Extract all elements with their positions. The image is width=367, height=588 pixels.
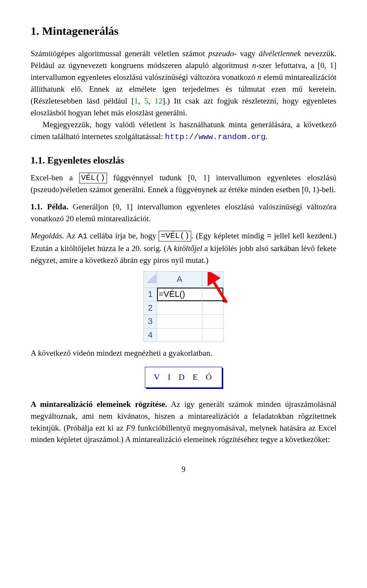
solution-paragraph: Megoldás. Az A1 cellába írja be, hogy =V… [31,230,336,266]
excel-row-header-2: 2 [144,301,157,315]
text: , [138,96,144,105]
citation-5[interactable]: 5 [144,96,148,105]
page-number: 9 [31,464,336,475]
excel-cell-a2 [157,301,202,315]
text: vagy [237,49,259,58]
text: , [148,96,154,105]
red-arrow-icon [208,272,231,306]
text: Számítógépes algoritmussal generált véle… [31,49,208,58]
section-heading: 1. Mintagenerálás [31,23,336,39]
math-n: n [257,73,261,82]
text-italic: kitöltőjel [174,244,202,253]
fixation-paragraph: A mintarealizáció elemeinek rögzítése. A… [31,398,336,446]
excel-row-header-3: 3 [144,315,157,329]
fixation-title: A mintarealizáció elemeinek rögzítése. [31,400,167,409]
excel-cell-a1: =VÉL() [157,288,202,301]
excel-formula-text: =VÉL() [159,289,185,299]
fixation-block: A mintarealizáció elemeinek rögzítése. A… [31,398,336,446]
svg-marker-0 [147,274,156,283]
text-italic: álvéletlennek [259,49,301,58]
citation-12[interactable]: 12 [154,96,162,105]
f9-key: F9 [126,423,135,432]
video-button[interactable]: V I D E Ó [145,367,222,388]
example-paragraph: 1.1. Példa. Generáljon [0, 1] intervallu… [31,201,336,225]
subsection-intro: Excel-ben a VÉL() függvénnyel tudunk [0,… [31,172,336,196]
cell-ref-a1: A1 [78,232,88,241]
equals-sign: = [267,232,272,241]
excel-row-header-1: 1 [144,288,157,301]
example-block: 1.1. Példa. Generáljon [0, 1] intervallu… [31,201,336,225]
solution-block: Megoldás. Az A1 cellába írja be, hogy =V… [31,230,336,266]
text: Az [64,231,78,240]
intro-paragraph-2: Megjegyezzük, hogy valódi véletlent is h… [31,119,336,143]
excel-row-header-4: 4 [144,328,157,342]
text: Excel-ben a [31,173,79,182]
svg-line-2 [211,278,227,303]
excel-figure: A B 1 =VÉL() 2 3 4 [31,271,336,342]
intro-paragraph-1: Számítógépes algoritmussal generált véle… [31,48,336,119]
video-button-wrap: V I D E Ó [31,364,336,390]
text: cellába írja be, hogy [88,231,159,240]
intro-paragraph-block: Számítógépes algoritmussal generált véle… [31,48,336,143]
example-label: 1.1. Példa. [31,202,68,211]
math-n: n [252,61,256,70]
text: . (Egy képletet mindig [191,231,266,240]
solution-label: Megoldás. [31,231,64,240]
text: . [266,132,268,141]
excel-col-header-a: A [157,272,202,288]
excel-cell-b3 [202,315,224,329]
after-figure-text: A következő videón mindezt megnézheti a … [31,347,336,359]
excel-cell-b4 [202,328,224,342]
subsection-heading: 1.1. Egyenletes eloszlás [31,153,336,167]
text: Generáljon [0, 1] intervallumon egyenlet… [31,202,336,223]
random-org-link[interactable]: http://www.random.org [165,133,266,141]
excel-corner-cell [144,272,157,288]
text-italic: pszeudo- [208,49,237,58]
formula-box-eqvel: =VÉL() [159,231,191,241]
subsection-paragraph-1: Excel-ben a VÉL() függvénnyel tudunk [0,… [31,172,336,196]
citation-1[interactable]: 1 [134,96,138,105]
excel-cell-a4 [157,328,202,342]
excel-cell-a3 [157,315,202,329]
formula-box-vel: VÉL() [79,173,107,183]
